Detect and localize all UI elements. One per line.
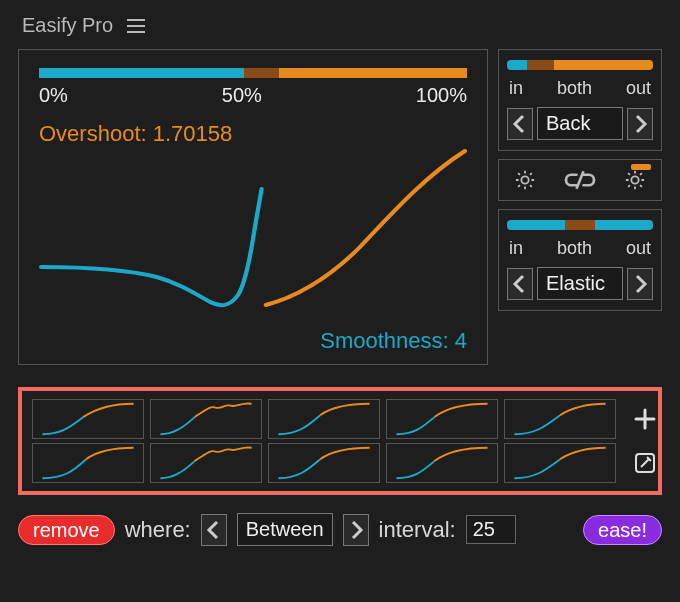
- mini-slider-top[interactable]: [507, 60, 653, 70]
- preset-cell[interactable]: [150, 443, 262, 483]
- edit-icon[interactable]: [630, 448, 660, 478]
- preset-cell[interactable]: [268, 443, 380, 483]
- interval-input[interactable]: [466, 515, 516, 544]
- percent-label-50: 50%: [222, 84, 262, 107]
- ease-type-bottom[interactable]: Elastic: [537, 267, 623, 300]
- mini-slider-bottom[interactable]: [507, 220, 653, 230]
- where-label: where:: [125, 517, 191, 543]
- link-tools-row: [498, 159, 662, 201]
- label-both-b: both: [557, 238, 592, 259]
- ease-button[interactable]: ease!: [583, 515, 662, 545]
- percent-label-100: 100%: [416, 84, 467, 107]
- link-break-icon[interactable]: [557, 166, 603, 194]
- label-in: in: [509, 78, 523, 99]
- label-in-b: in: [509, 238, 523, 259]
- svg-point-2: [631, 176, 638, 183]
- preset-cell[interactable]: [386, 399, 498, 439]
- preset-cell[interactable]: [32, 443, 144, 483]
- label-out-b: out: [626, 238, 651, 259]
- presets-strip: [18, 387, 662, 495]
- preset-cell[interactable]: [268, 399, 380, 439]
- curve-panel: 0% 50% 100% Overshoot: 1.70158 Smoothnes…: [18, 49, 488, 365]
- bottom-bar: remove where: Between interval: ease!: [18, 513, 662, 546]
- gear-icon[interactable]: [511, 166, 539, 194]
- chevron-left-icon[interactable]: [507, 268, 533, 300]
- percent-slider[interactable]: [39, 68, 467, 78]
- ease-config-in-panel: in both out Elastic: [498, 209, 662, 311]
- smoothness-readout[interactable]: Smoothness: 4: [320, 328, 467, 354]
- preset-cell[interactable]: [32, 399, 144, 439]
- interval-label: interval:: [379, 517, 456, 543]
- label-out: out: [626, 78, 651, 99]
- curve-plot: [39, 147, 467, 317]
- preset-cell[interactable]: [150, 399, 262, 439]
- presets-grid: [32, 399, 616, 483]
- svg-point-0: [521, 176, 528, 183]
- ease-config-out-panel: in both out Back: [498, 49, 662, 151]
- preset-cell[interactable]: [386, 443, 498, 483]
- chevron-right-icon[interactable]: [627, 108, 653, 140]
- preset-cell[interactable]: [504, 399, 616, 439]
- ease-type-top[interactable]: Back: [537, 107, 623, 140]
- hamburger-icon[interactable]: [127, 19, 145, 33]
- chevron-left-icon[interactable]: [507, 108, 533, 140]
- chevron-right-icon[interactable]: [627, 268, 653, 300]
- chevron-right-icon[interactable]: [343, 514, 369, 546]
- chevron-left-icon[interactable]: [201, 514, 227, 546]
- svg-line-1: [577, 171, 584, 189]
- where-value[interactable]: Between: [237, 513, 333, 546]
- gear-icon-alt[interactable]: [621, 166, 649, 194]
- label-both: both: [557, 78, 592, 99]
- percent-label-0: 0%: [39, 84, 68, 107]
- preset-cell[interactable]: [504, 443, 616, 483]
- remove-button[interactable]: remove: [18, 515, 115, 545]
- app-title: Easify Pro: [22, 14, 113, 37]
- plus-icon[interactable]: [630, 404, 660, 434]
- overshoot-readout[interactable]: Overshoot: 1.70158: [39, 121, 467, 147]
